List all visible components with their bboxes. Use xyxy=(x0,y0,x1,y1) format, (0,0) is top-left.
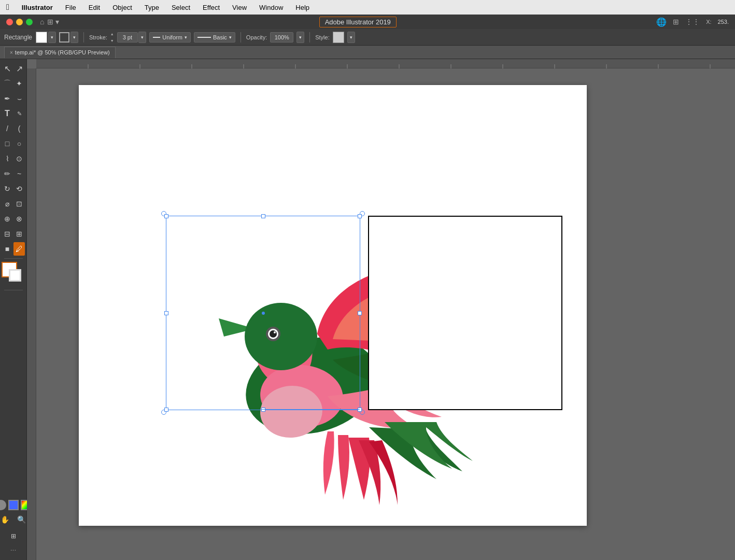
line-tool[interactable]: / xyxy=(2,121,13,136)
curvature-tool[interactable]: ⌣ xyxy=(13,91,25,106)
align-grid-icon[interactable]: ⊞ xyxy=(673,18,679,26)
ruler-h-ticks xyxy=(36,59,735,68)
lasso-tool[interactable]: ⌒ xyxy=(2,76,13,91)
stroke-down-arrow[interactable]: ▼ xyxy=(110,39,117,43)
selection-line xyxy=(261,409,360,410)
resize-handle-tr[interactable] xyxy=(358,214,362,218)
basic-style-dropdown[interactable]: Basic ▾ xyxy=(194,32,235,43)
apple-menu[interactable]:  xyxy=(4,2,11,13)
maximize-button[interactable] xyxy=(26,19,33,25)
arc-tool[interactable]: ( xyxy=(13,121,25,136)
ellipse-tool[interactable]: ○ xyxy=(13,136,25,151)
hand-tool[interactable]: ✋ xyxy=(0,512,12,527)
magic-wand-tool[interactable]: ✦ xyxy=(13,76,25,91)
warp-tool[interactable]: ⌀ xyxy=(2,197,13,211)
traffic-lights xyxy=(6,19,33,25)
style-swatch[interactable] xyxy=(333,32,344,43)
eyedropper-tool[interactable]: 🖊 xyxy=(13,242,25,256)
stroke-line-dropdown[interactable]: Uniform ▾ xyxy=(149,32,191,43)
color-mode-icon[interactable] xyxy=(0,500,6,510)
workspace-icon[interactable]: ⊞ ▾ xyxy=(47,18,59,26)
second-rectangle[interactable] xyxy=(368,216,562,410)
stroke-label: Stroke: xyxy=(89,34,107,40)
opacity-label: Opacity: xyxy=(246,34,267,40)
menu-file[interactable]: File xyxy=(63,3,78,12)
menu-effect[interactable]: Effect xyxy=(201,3,222,12)
menu-help[interactable]: Help xyxy=(293,3,312,12)
fill-color-swatch[interactable] xyxy=(36,32,47,43)
resize-handle-tc[interactable] xyxy=(261,214,265,218)
resize-handle-br[interactable] xyxy=(358,408,362,412)
tab-close-icon[interactable]: × xyxy=(10,50,13,55)
selection-tool[interactable]: ↖ xyxy=(2,61,13,76)
menu-illustrator[interactable]: Illustrator xyxy=(20,3,55,12)
tab-title: temp.ai* @ 50% (RGB/GPU Preview) xyxy=(15,49,110,55)
stroke-value-input[interactable] xyxy=(117,32,138,43)
gradient-tool[interactable]: ■ xyxy=(2,242,13,256)
style-label: Style: xyxy=(315,34,330,40)
toolbar-divider-1 xyxy=(4,258,23,259)
stroke-swatch[interactable] xyxy=(9,269,21,282)
live-paint-tool[interactable]: ⊗ xyxy=(13,212,25,226)
tool-name-label: Rectangle xyxy=(4,34,33,41)
blob-brush-tool[interactable]: ⊙ xyxy=(13,151,25,166)
titlebar: ⌂ ⊞ ▾ Adobe Illustrator 2019 🌐 ⊞ ⋮⋮ X: 2… xyxy=(0,15,735,29)
opacity-input[interactable] xyxy=(270,32,293,43)
main-area: ↖ ↗ ⌒ ✦ ✒ ⌣ T ✎ / ( □ ○ ⌇ ⊙ ✏ ~ xyxy=(0,59,735,560)
perspective-tool[interactable]: ⊟ xyxy=(2,227,13,241)
rect-tool[interactable]: □ xyxy=(2,136,13,151)
direct-selection-tool[interactable]: ↗ xyxy=(13,61,25,76)
resize-handle-mr[interactable] xyxy=(358,311,362,315)
selected-rectangle[interactable] xyxy=(166,216,360,410)
menubar:  Illustrator File Edit Object Type Sele… xyxy=(0,0,735,15)
menu-edit[interactable]: Edit xyxy=(87,3,102,12)
menu-type[interactable]: Type xyxy=(143,3,161,12)
fill-dropdown[interactable]: ▾ xyxy=(48,32,56,43)
pixel-grid-icon[interactable]: ⋮⋮ xyxy=(685,18,700,26)
stroke-unit-dropdown[interactable]: ▾ xyxy=(138,32,146,43)
touch-type-tool[interactable]: ✎ xyxy=(13,106,25,121)
stroke-color-dropdown[interactable]: ▾ xyxy=(70,32,78,43)
canvas-area xyxy=(27,59,735,560)
resize-handle-bc[interactable] xyxy=(261,408,265,412)
style-dropdown[interactable]: ▾ xyxy=(347,32,355,43)
toolbar-divider-2 xyxy=(4,290,23,290)
resize-handle-tl[interactable] xyxy=(164,214,168,218)
pen-tool[interactable]: ✒ xyxy=(2,91,13,106)
minimize-button[interactable] xyxy=(16,19,23,25)
globe-icon[interactable]: 🌐 xyxy=(656,17,667,27)
home-icon[interactable]: ⌂ xyxy=(40,18,44,26)
type-tool[interactable]: T xyxy=(2,106,13,121)
ruler-horizontal xyxy=(36,59,735,68)
rotate-tool[interactable]: ↻ xyxy=(2,181,13,196)
more-tools-icon[interactable]: ··· xyxy=(10,545,17,554)
artboards-icon[interactable]: ⊞ xyxy=(6,529,21,543)
pencil-tool[interactable]: ✏ xyxy=(2,166,13,181)
artboard[interactable] xyxy=(79,85,587,526)
menu-object[interactable]: Object xyxy=(110,3,134,12)
menu-select[interactable]: Select xyxy=(169,3,192,12)
mesh-tool[interactable]: ⊞ xyxy=(13,227,25,241)
center-point xyxy=(262,312,265,315)
scale-tool[interactable]: ⟲ xyxy=(13,181,25,196)
x-coord-label: X: xyxy=(706,19,711,25)
paintbrush-tool[interactable]: ⌇ xyxy=(2,151,13,166)
x-coord-value: 253. xyxy=(718,19,729,25)
menu-view[interactable]: View xyxy=(230,3,249,12)
opacity-dropdown[interactable]: ▾ xyxy=(296,32,304,43)
stroke-color-swatch[interactable] xyxy=(59,32,69,43)
close-button[interactable] xyxy=(6,19,13,25)
basic-chevron: ▾ xyxy=(229,35,232,40)
resize-handle-ml[interactable] xyxy=(164,311,168,315)
resize-handle-bl[interactable] xyxy=(164,408,168,412)
free-transform-tool[interactable]: ⊡ xyxy=(13,197,25,211)
stroke-up-arrow[interactable]: ▲ xyxy=(110,32,117,36)
document-tab[interactable]: × temp.ai* @ 50% (RGB/GPU Preview) xyxy=(4,47,116,58)
shape-builder-tool[interactable]: ⊕ xyxy=(2,212,13,226)
bottom-tools: ✋ 🔍 ⊞ ··· xyxy=(0,500,31,558)
eyedropper-icon: 🖊 xyxy=(16,245,23,253)
toolbar: Rectangle ▾ ▾ Stroke: ▲ ▼ ▾ Uniform ▾ Ba… xyxy=(0,29,735,46)
smooth-tool[interactable]: ~ xyxy=(13,166,25,181)
color-picker-icon[interactable] xyxy=(8,500,19,510)
menu-window[interactable]: Window xyxy=(257,3,285,12)
